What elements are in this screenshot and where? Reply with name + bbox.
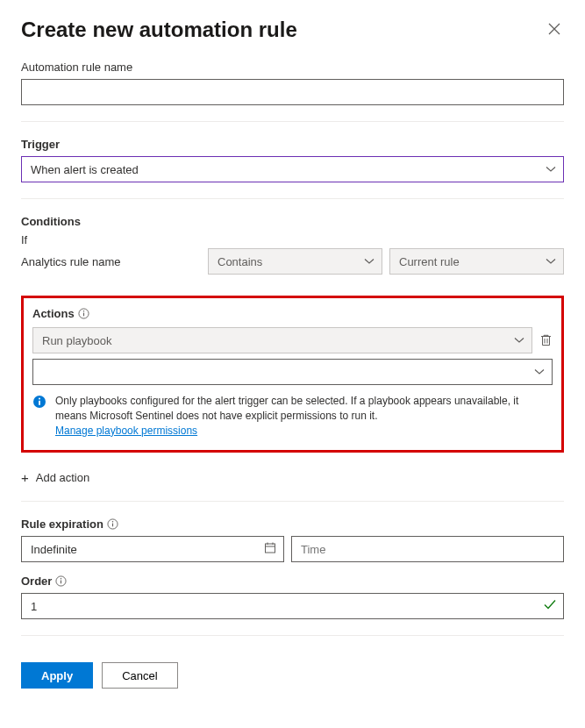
chevron-down-icon [364,258,375,265]
divider [21,635,564,636]
info-banner-text: Only playbooks configured for the alert … [55,394,553,438]
svg-point-7 [112,521,113,522]
chevron-down-icon [546,258,556,265]
delete-action-button[interactable] [539,333,553,347]
info-filled-icon [32,395,46,409]
divider [21,501,564,502]
chevron-down-icon [534,368,545,375]
expiration-time-input[interactable] [291,536,564,562]
order-value: 1 [31,600,37,613]
chevron-down-icon [514,337,524,344]
svg-rect-2 [83,312,84,316]
conditions-label: Conditions [21,215,564,228]
actions-label: Actions [32,307,75,320]
condition-field-label: Analytics rule name [21,255,201,268]
condition-operator-select[interactable]: Contains [208,248,382,275]
rule-name-label: Automation rule name [21,61,564,74]
svg-point-14 [61,578,61,579]
add-action-button[interactable]: + Add action [21,470,89,485]
plus-icon: + [21,470,29,485]
page-title: Create new automation rule [21,18,297,42]
condition-value-select[interactable]: Current rule [389,248,564,275]
expiration-date-value: Indefinite [31,543,77,556]
info-icon[interactable] [78,308,90,320]
close-icon [548,23,560,35]
check-icon [544,600,556,613]
playbook-select[interactable] [32,359,553,385]
action-type-value: Run playbook [42,334,112,347]
actions-highlighted-section: Actions Run playbook Only playbooks conf… [21,296,564,453]
manage-permissions-link[interactable]: Manage playbook permissions [55,425,197,437]
svg-rect-9 [266,544,275,553]
trigger-select-value: When alert is created [31,163,139,176]
info-icon[interactable] [55,575,68,588]
order-input[interactable]: 1 [21,593,564,619]
info-icon[interactable] [107,518,119,531]
rule-name-input[interactable] [21,79,564,105]
chevron-down-icon [546,166,556,173]
add-action-label: Add action [36,471,89,484]
trigger-select[interactable]: When alert is created [21,156,564,182]
svg-point-1 [82,310,83,310]
condition-value: Current rule [399,255,460,268]
cancel-button[interactable]: Cancel [102,662,177,689]
conditions-if-label: If [21,233,564,246]
close-button[interactable] [545,18,564,43]
svg-point-4 [39,398,40,400]
action-type-select[interactable]: Run playbook [32,327,532,353]
condition-operator-value: Contains [218,255,262,268]
svg-rect-5 [39,401,40,405]
order-label: Order [21,575,52,588]
expiration-label: Rule expiration [21,517,103,531]
svg-rect-15 [61,580,61,583]
divider [21,198,564,199]
divider [21,121,564,122]
expiration-date-input[interactable]: Indefinite [21,536,284,562]
trash-icon [539,333,553,347]
calendar-icon [264,542,276,557]
trigger-label: Trigger [21,138,564,151]
apply-button[interactable]: Apply [21,662,93,689]
svg-rect-8 [112,523,113,526]
